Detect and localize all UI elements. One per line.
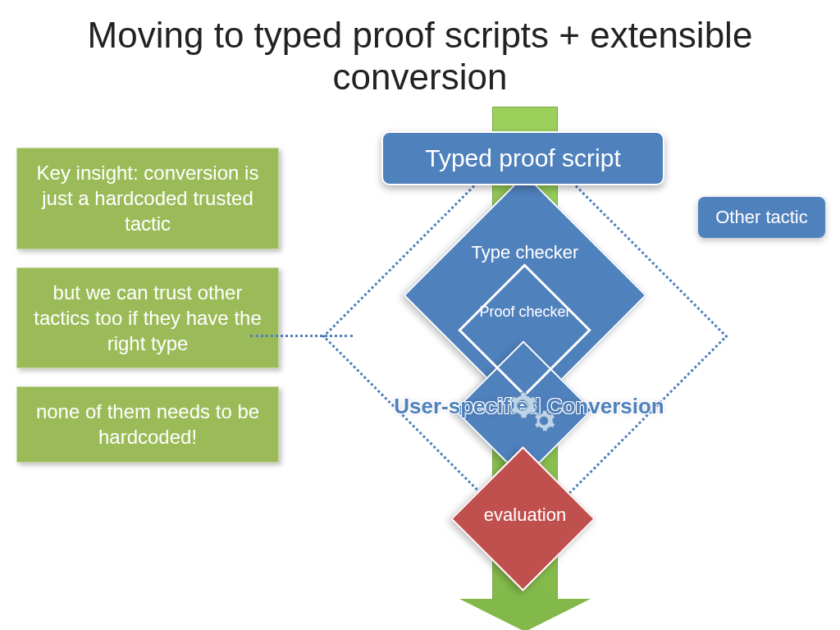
slide-title: Moving to typed proof scripts + extensib…: [0, 0, 840, 106]
dotted-connector: [250, 335, 353, 337]
insight-box-1: Key insight: conversion is just a hardco…: [16, 148, 279, 249]
left-column: Key insight: conversion is just a hardco…: [16, 148, 279, 481]
other-tactic-box: Other tactic: [698, 197, 825, 238]
gear-icon-small: [532, 409, 556, 433]
flow-arrow-head: [459, 599, 591, 630]
insight-box-2: but we can trust other tactics too if th…: [16, 267, 279, 369]
typed-proof-script-box: Typed proof script: [381, 131, 664, 185]
insight-box-3: none of them needs to be hardcoded!: [16, 386, 279, 462]
